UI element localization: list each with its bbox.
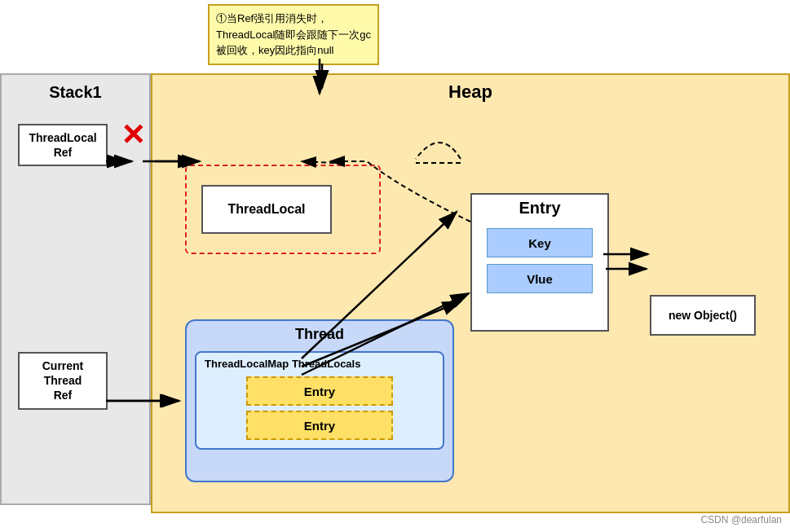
- threadlocalmap-title: ThreadLocalMap ThreadLocals: [201, 356, 438, 372]
- threadlocalmap-container: ThreadLocalMap ThreadLocals Entry Entry: [195, 351, 444, 450]
- threadlocal-label: ThreadLocal: [227, 202, 305, 217]
- vlue-label: Vlue: [527, 272, 553, 286]
- current-thread-ref-label: CurrentThreadRef: [42, 359, 84, 402]
- stack-title: Stack1: [2, 75, 149, 110]
- new-object-label: new Object(): [669, 309, 737, 322]
- entry-title: Entry: [472, 195, 607, 222]
- red-x-icon: ✕: [121, 121, 145, 150]
- entry-key-box: Key: [487, 228, 593, 257]
- key-label: Key: [528, 236, 551, 250]
- heap-title: Heap: [152, 75, 788, 109]
- entry1-label: Entry: [304, 385, 335, 398]
- current-thread-ref-box: CurrentThreadRef: [18, 352, 108, 410]
- entry2-label: Entry: [304, 419, 335, 433]
- heap-panel: Heap ThreadLocal 弱引用 Entry Key Vlue new …: [151, 73, 790, 513]
- entry-vlue-box: Vlue: [487, 264, 593, 293]
- entry-container: Entry Key Vlue: [470, 193, 609, 332]
- tooltip-box: ①当Ref强引用消失时，ThreadLocal随即会跟随下一次gc被回收，key…: [208, 4, 379, 65]
- entry-yellow-1: Entry: [246, 376, 393, 406]
- csdn-label: CSDN @dearfulan: [700, 514, 782, 525]
- new-object-box: new Object(): [650, 295, 756, 336]
- thread-container: Thread ThreadLocalMap ThreadLocals Entry…: [185, 319, 454, 482]
- threadlocal-box: ThreadLocal: [201, 185, 332, 234]
- thread-title: Thread: [187, 321, 452, 348]
- tooltip-text: ①当Ref强引用消失时，ThreadLocal随即会跟随下一次gc被回收，key…: [216, 12, 371, 56]
- entry-yellow-2: Entry: [246, 411, 393, 440]
- threadlocal-ref-label: ThreadLocalRef: [29, 131, 96, 159]
- threadlocal-ref-box: ThreadLocalRef: [18, 124, 108, 166]
